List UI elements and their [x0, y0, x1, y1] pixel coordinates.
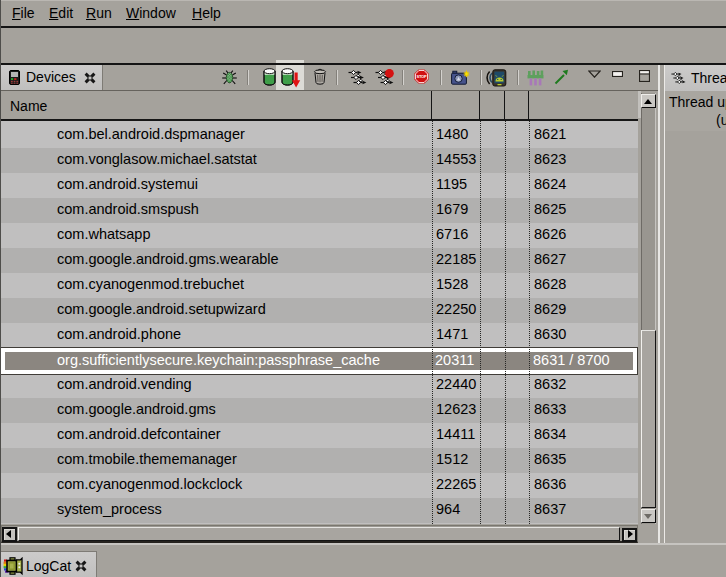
svg-text:STOP: STOP	[416, 74, 427, 79]
